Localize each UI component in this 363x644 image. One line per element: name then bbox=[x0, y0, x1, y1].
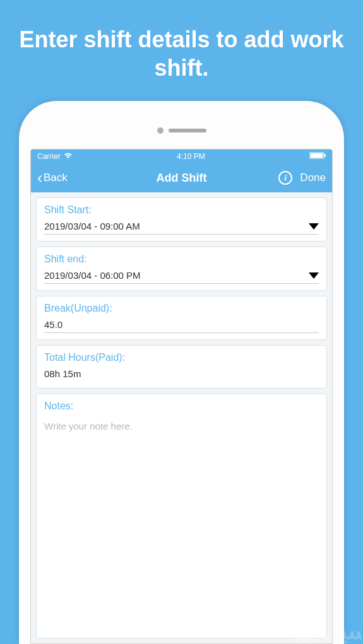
status-time: 4:10 PM bbox=[177, 152, 205, 161]
phone-frame: Carrier 4:10 PM ‹ Back bbox=[19, 101, 344, 644]
shift-start-dropdown[interactable]: 2019/03/04 - 09:00 AM bbox=[44, 221, 319, 235]
camera-dot-icon bbox=[157, 127, 164, 134]
content-area: Shift Start: 2019/03/04 - 09:00 AM Shift… bbox=[31, 192, 332, 643]
notes-input[interactable]: Write your note here. bbox=[44, 417, 319, 431]
total-hours-value: 08h 15m bbox=[44, 368, 319, 382]
shift-end-label: Shift end: bbox=[44, 254, 319, 265]
back-button[interactable]: ‹ Back bbox=[37, 170, 68, 185]
info-icon: i bbox=[285, 173, 287, 183]
total-hours-card: Total Hours(Paid): 08h 15m bbox=[36, 345, 327, 389]
svg-rect-1 bbox=[311, 153, 323, 158]
info-button[interactable]: i bbox=[278, 171, 292, 185]
svg-rect-2 bbox=[324, 154, 326, 157]
status-bar: Carrier 4:10 PM bbox=[31, 149, 332, 163]
carrier-label: Carrier bbox=[37, 152, 61, 161]
shift-start-label: Shift Start: bbox=[44, 204, 319, 216]
promo-title: Enter shift details to add work shift. bbox=[0, 0, 363, 101]
nav-bar: ‹ Back Add Shift i Done bbox=[31, 163, 332, 192]
phone-speaker-area bbox=[30, 112, 333, 149]
break-card: Break(Unpaid): 45.0 bbox=[36, 296, 327, 340]
chevron-down-icon bbox=[309, 272, 319, 279]
break-label: Break(Unpaid): bbox=[44, 303, 319, 314]
chevron-left-icon: ‹ bbox=[37, 170, 42, 185]
notes-label: Notes: bbox=[44, 401, 319, 412]
shift-end-value: 2019/03/04 - 06:00 PM bbox=[44, 270, 141, 281]
chevron-down-icon bbox=[309, 223, 319, 230]
shift-start-card: Shift Start: 2019/03/04 - 09:00 AM bbox=[36, 197, 327, 242]
notes-card: Notes: Write your note here. bbox=[36, 394, 327, 638]
shift-start-value: 2019/03/04 - 09:00 AM bbox=[44, 221, 140, 231]
done-button[interactable]: Done bbox=[300, 172, 326, 184]
wifi-icon bbox=[64, 152, 73, 161]
back-label: Back bbox=[44, 172, 68, 184]
break-input[interactable]: 45.0 bbox=[44, 319, 319, 333]
battery-icon bbox=[309, 152, 326, 161]
shift-end-dropdown[interactable]: 2019/03/04 - 06:00 PM bbox=[44, 270, 319, 284]
shift-end-card: Shift end: 2019/03/04 - 06:00 PM bbox=[36, 247, 327, 291]
screen-title: Add Shift bbox=[157, 172, 207, 185]
total-hours-label: Total Hours(Paid): bbox=[44, 352, 319, 363]
speaker-slot-icon bbox=[169, 129, 206, 132]
phone-screen: Carrier 4:10 PM ‹ Back bbox=[30, 149, 333, 644]
